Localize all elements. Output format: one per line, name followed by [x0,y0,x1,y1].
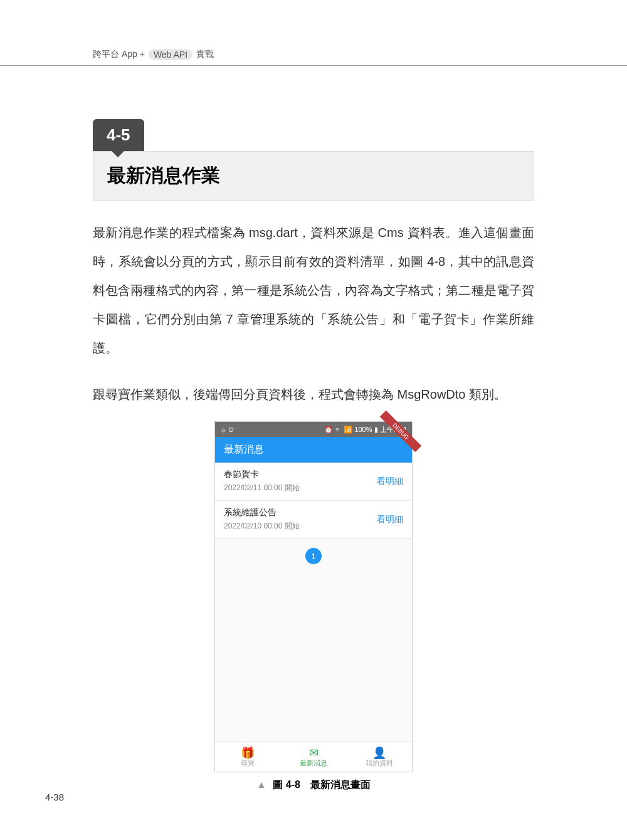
figure-caption-text: 圖 4-8 最新消息畫面 [273,779,371,790]
person-icon: 👤 [346,747,412,759]
phone-mockup: ☼ ⊙ ⏰ ᯤ 📶 100% ▮ 上午1:01 DEBUG 最新消息 春節賀卡 … [214,421,413,772]
section-title: 最新消息作業 [93,151,534,201]
body-paragraph-2: 跟尋寶作業類似，後端傳回分頁資料後，程式會轉換為 MsgRowDto 類別。 [93,380,534,409]
mail-icon: ✉ [281,747,347,759]
header-right: 實戰 [196,49,214,60]
list-item-title: 系統維護公告 [224,507,300,518]
pagination-row: 1 [215,539,412,573]
triangle-up-icon: ▲ [256,779,266,790]
status-left-icons: ☼ ⊙ [220,426,234,434]
status-bar: ☼ ⊙ ⏰ ᯤ 📶 100% ▮ 上午1:01 [215,422,412,437]
list-item-subtitle: 2022/02/10 00:00 開始 [224,521,300,532]
detail-link[interactable]: 看明細 [377,476,403,487]
bottom-tab-label: 最新消息 [281,759,347,768]
treasure-icon: 🎁 [215,747,281,759]
page-number: 4-38 [45,792,64,802]
body-paragraph-1: 最新消息作業的程式檔案為 msg.dart，資料來源是 Cms 資料表。進入這個… [93,218,534,362]
bottom-tab-profile[interactable]: 👤 我的資料 [346,742,412,772]
list-item-subtitle: 2022/02/11 00:00 開始 [224,483,300,493]
bottom-tab-label: 尋寶 [215,759,281,768]
bottom-tab-label: 我的資料 [346,759,412,768]
page-header: 跨平台 App + Web API 實戰 [0,49,627,66]
section-number-tab: 4-5 [93,119,144,151]
app-bar-title: 最新消息 [215,437,412,463]
page-indicator[interactable]: 1 [305,548,322,564]
detail-link[interactable]: 看明細 [377,514,403,525]
header-left: 跨平台 App + [93,49,145,60]
list-item[interactable]: 春節賀卡 2022/02/11 00:00 開始 看明細 [215,463,412,501]
bottom-nav: 🎁 尋寶 ✉ 最新消息 👤 我的資料 [215,742,412,772]
bottom-tab-news[interactable]: ✉ 最新消息 [281,742,347,772]
list-item[interactable]: 系統維護公告 2022/02/10 00:00 開始 看明細 [215,501,412,539]
bottom-tab-treasure[interactable]: 🎁 尋寶 [215,742,281,772]
header-pill: Web API [149,49,192,60]
figure-caption: ▲ 圖 4-8 最新消息畫面 [93,779,534,792]
list-item-title: 春節賀卡 [224,469,300,480]
